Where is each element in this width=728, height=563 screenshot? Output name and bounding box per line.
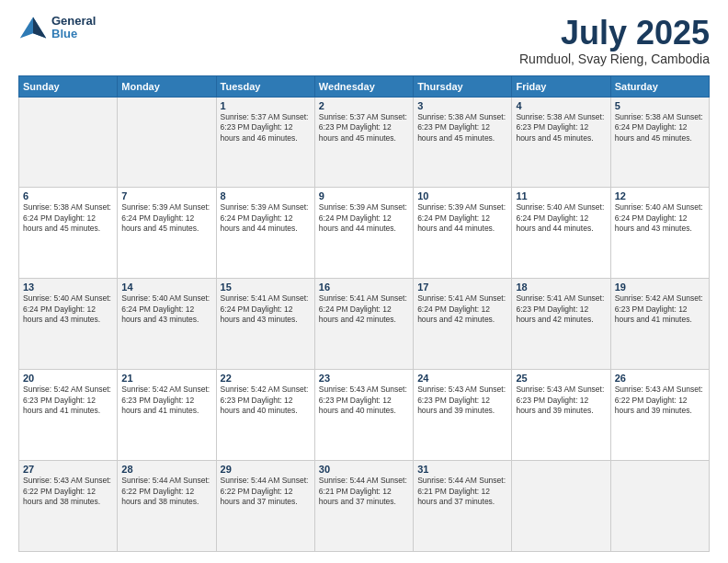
table-row: 11Sunrise: 5:40 AM Sunset: 6:24 PM Dayli… — [512, 188, 610, 279]
day-number: 15 — [221, 282, 311, 293]
day-number: 22 — [221, 373, 311, 384]
day-detail: Sunrise: 5:38 AM Sunset: 6:23 PM Dayligh… — [417, 112, 507, 144]
day-detail: Sunrise: 5:41 AM Sunset: 6:24 PM Dayligh… — [221, 293, 311, 325]
table-row: 13Sunrise: 5:40 AM Sunset: 6:24 PM Dayli… — [19, 279, 118, 370]
day-detail: Sunrise: 5:37 AM Sunset: 6:23 PM Dayligh… — [319, 112, 409, 144]
day-detail: Sunrise: 5:42 AM Sunset: 6:23 PM Dayligh… — [221, 385, 311, 416]
day-number: 25 — [516, 373, 606, 384]
col-monday: Monday — [118, 75, 216, 97]
day-number: 18 — [516, 282, 606, 293]
logo-icon — [18, 15, 48, 40]
calendar-week-row: 20Sunrise: 5:42 AM Sunset: 6:23 PM Dayli… — [19, 370, 710, 461]
table-row: 19Sunrise: 5:42 AM Sunset: 6:23 PM Dayli… — [610, 279, 709, 370]
table-row: 8Sunrise: 5:39 AM Sunset: 6:24 PM Daylig… — [216, 188, 314, 279]
subtitle: Rumduol, Svay Rieng, Cambodia — [519, 52, 710, 66]
table-row: 12Sunrise: 5:40 AM Sunset: 6:24 PM Dayli… — [610, 188, 709, 279]
day-number: 30 — [319, 464, 409, 475]
day-number: 26 — [615, 373, 705, 384]
table-row — [19, 97, 118, 188]
day-detail: Sunrise: 5:44 AM Sunset: 6:21 PM Dayligh… — [417, 476, 507, 507]
day-number: 20 — [23, 373, 113, 384]
day-number: 2 — [319, 100, 409, 111]
table-row: 28Sunrise: 5:44 AM Sunset: 6:22 PM Dayli… — [118, 461, 216, 552]
table-row: 30Sunrise: 5:44 AM Sunset: 6:21 PM Dayli… — [314, 461, 413, 552]
day-detail: Sunrise: 5:41 AM Sunset: 6:24 PM Dayligh… — [417, 293, 507, 325]
day-number: 3 — [417, 100, 507, 111]
table-row: 25Sunrise: 5:43 AM Sunset: 6:23 PM Dayli… — [512, 370, 610, 461]
day-detail: Sunrise: 5:44 AM Sunset: 6:21 PM Dayligh… — [319, 476, 409, 507]
day-detail: Sunrise: 5:43 AM Sunset: 6:23 PM Dayligh… — [516, 385, 606, 416]
col-wednesday: Wednesday — [314, 75, 413, 97]
table-row: 9Sunrise: 5:39 AM Sunset: 6:24 PM Daylig… — [314, 188, 413, 279]
table-row: 5Sunrise: 5:38 AM Sunset: 6:24 PM Daylig… — [610, 97, 709, 188]
day-number: 16 — [319, 282, 409, 293]
day-number: 17 — [417, 282, 507, 293]
col-saturday: Saturday — [610, 75, 709, 97]
day-number: 5 — [615, 100, 705, 111]
calendar-week-row: 6Sunrise: 5:38 AM Sunset: 6:24 PM Daylig… — [19, 188, 710, 279]
logo-text: General Blue — [51, 15, 96, 41]
table-row: 27Sunrise: 5:43 AM Sunset: 6:22 PM Dayli… — [19, 461, 118, 552]
col-friday: Friday — [512, 75, 610, 97]
table-row — [610, 461, 709, 552]
calendar-header-row: Sunday Monday Tuesday Wednesday Thursday… — [19, 75, 710, 97]
table-row: 22Sunrise: 5:42 AM Sunset: 6:23 PM Dayli… — [216, 370, 314, 461]
day-detail: Sunrise: 5:41 AM Sunset: 6:24 PM Dayligh… — [319, 293, 409, 325]
table-row — [512, 461, 610, 552]
day-number: 14 — [121, 282, 211, 293]
table-row: 17Sunrise: 5:41 AM Sunset: 6:24 PM Dayli… — [414, 279, 512, 370]
table-row: 1Sunrise: 5:37 AM Sunset: 6:23 PM Daylig… — [216, 97, 314, 188]
table-row: 18Sunrise: 5:41 AM Sunset: 6:23 PM Dayli… — [512, 279, 610, 370]
day-detail: Sunrise: 5:39 AM Sunset: 6:24 PM Dayligh… — [221, 202, 311, 234]
day-detail: Sunrise: 5:42 AM Sunset: 6:23 PM Dayligh… — [121, 385, 211, 416]
day-detail: Sunrise: 5:43 AM Sunset: 6:22 PM Dayligh… — [23, 476, 113, 507]
day-detail: Sunrise: 5:39 AM Sunset: 6:24 PM Dayligh… — [319, 202, 409, 234]
day-number: 9 — [319, 190, 409, 201]
day-detail: Sunrise: 5:42 AM Sunset: 6:23 PM Dayligh… — [615, 293, 705, 325]
day-number: 1 — [221, 100, 311, 111]
day-number: 27 — [23, 464, 113, 475]
table-row: 7Sunrise: 5:39 AM Sunset: 6:24 PM Daylig… — [118, 188, 216, 279]
day-detail: Sunrise: 5:43 AM Sunset: 6:22 PM Dayligh… — [615, 385, 705, 416]
svg-marker-2 — [33, 17, 46, 39]
day-detail: Sunrise: 5:42 AM Sunset: 6:23 PM Dayligh… — [23, 385, 113, 416]
table-row: 15Sunrise: 5:41 AM Sunset: 6:24 PM Dayli… — [216, 279, 314, 370]
logo-line1: General — [51, 15, 96, 28]
table-row: 26Sunrise: 5:43 AM Sunset: 6:22 PM Dayli… — [610, 370, 709, 461]
day-number: 31 — [417, 464, 507, 475]
logo: General Blue — [18, 15, 96, 41]
col-sunday: Sunday — [19, 75, 118, 97]
day-detail: Sunrise: 5:39 AM Sunset: 6:24 PM Dayligh… — [121, 202, 211, 234]
col-thursday: Thursday — [414, 75, 512, 97]
table-row: 14Sunrise: 5:40 AM Sunset: 6:24 PM Dayli… — [118, 279, 216, 370]
table-row: 4Sunrise: 5:38 AM Sunset: 6:23 PM Daylig… — [512, 97, 610, 188]
day-number: 21 — [121, 373, 211, 384]
day-detail: Sunrise: 5:43 AM Sunset: 6:23 PM Dayligh… — [417, 385, 507, 416]
table-row: 3Sunrise: 5:38 AM Sunset: 6:23 PM Daylig… — [414, 97, 512, 188]
day-number: 4 — [516, 100, 606, 111]
day-detail: Sunrise: 5:41 AM Sunset: 6:23 PM Dayligh… — [516, 293, 606, 325]
logo-line2: Blue — [51, 28, 96, 40]
day-number: 10 — [417, 190, 507, 201]
day-detail: Sunrise: 5:37 AM Sunset: 6:23 PM Dayligh… — [221, 112, 311, 144]
day-detail: Sunrise: 5:43 AM Sunset: 6:23 PM Dayligh… — [319, 385, 409, 416]
day-detail: Sunrise: 5:40 AM Sunset: 6:24 PM Dayligh… — [516, 202, 606, 234]
day-detail: Sunrise: 5:38 AM Sunset: 6:23 PM Dayligh… — [516, 112, 606, 144]
table-row: 6Sunrise: 5:38 AM Sunset: 6:24 PM Daylig… — [19, 188, 118, 279]
table-row: 20Sunrise: 5:42 AM Sunset: 6:23 PM Dayli… — [19, 370, 118, 461]
day-number: 19 — [615, 282, 705, 293]
day-number: 23 — [319, 373, 409, 384]
table-row: 29Sunrise: 5:44 AM Sunset: 6:22 PM Dayli… — [216, 461, 314, 552]
col-tuesday: Tuesday — [216, 75, 314, 97]
day-detail: Sunrise: 5:44 AM Sunset: 6:22 PM Dayligh… — [221, 476, 311, 507]
day-detail: Sunrise: 5:40 AM Sunset: 6:24 PM Dayligh… — [121, 293, 211, 325]
day-detail: Sunrise: 5:39 AM Sunset: 6:24 PM Dayligh… — [417, 202, 507, 234]
day-number: 8 — [221, 190, 311, 201]
day-number: 12 — [615, 190, 705, 201]
table-row — [118, 97, 216, 188]
table-row: 24Sunrise: 5:43 AM Sunset: 6:23 PM Dayli… — [414, 370, 512, 461]
day-detail: Sunrise: 5:40 AM Sunset: 6:24 PM Dayligh… — [615, 202, 705, 234]
day-number: 11 — [516, 190, 606, 201]
day-detail: Sunrise: 5:44 AM Sunset: 6:22 PM Dayligh… — [121, 476, 211, 507]
day-detail: Sunrise: 5:38 AM Sunset: 6:24 PM Dayligh… — [23, 202, 113, 234]
